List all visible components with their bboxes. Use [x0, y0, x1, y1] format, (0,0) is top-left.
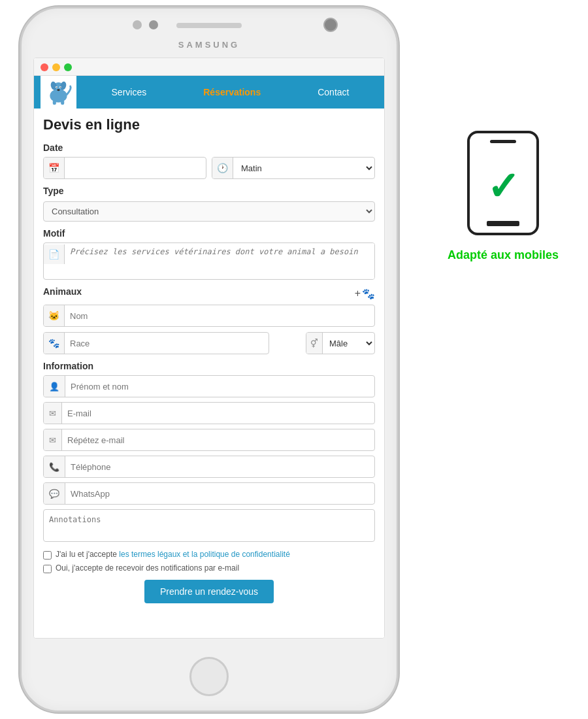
- submit-btn-wrap: Prendre un rendez-vous: [43, 580, 375, 603]
- annotations-textarea[interactable]: [43, 509, 375, 542]
- app-window[interactable]: Services Réservations Contact Devis en l…: [34, 58, 384, 638]
- repeat-email-wrap: ✉: [43, 429, 375, 451]
- nav-services[interactable]: Services: [106, 84, 152, 101]
- side-button-left-1: [20, 139, 22, 178]
- nav-logo: [41, 76, 76, 109]
- date-label: Date: [43, 142, 375, 153]
- camera-right: [149, 20, 158, 29]
- motif-label: Motif: [43, 228, 375, 239]
- svg-point-8: [57, 89, 59, 91]
- plus-icon: +: [355, 288, 361, 299]
- mobile-device-icon: ✓: [467, 131, 539, 235]
- phone-shell: SAMSUNG: [20, 7, 399, 712]
- animal-name-input[interactable]: [65, 308, 374, 324]
- prenom-input[interactable]: [65, 378, 374, 395]
- form-content: Devis en ligne Date 📅 🕐 Matin Après-: [34, 109, 384, 618]
- animal-race-gender-row: 🐾 ⚥ Mâle Femelle: [43, 332, 375, 354]
- email-wrap: ✉: [43, 402, 375, 424]
- whatsapp-input[interactable]: [65, 485, 374, 503]
- whatsapp-icon: 💬: [44, 483, 65, 504]
- traffic-lights: [34, 58, 384, 76]
- race-input[interactable]: [65, 335, 269, 352]
- gender-select[interactable]: Mâle Femelle: [323, 335, 374, 352]
- email-input[interactable]: [62, 405, 374, 422]
- page-title: Devis en ligne: [43, 116, 375, 133]
- type-label: Type: [43, 186, 375, 196]
- clock-icon: 🕐: [212, 158, 233, 178]
- date-row: 📅 🕐 Matin Après-midi Soir: [43, 157, 375, 179]
- nav-reservations[interactable]: Réservations: [198, 84, 266, 101]
- checkbox2[interactable]: [43, 565, 52, 573]
- phone-speaker: [176, 23, 242, 28]
- animaux-header: Animaux + 🐾: [43, 286, 375, 301]
- type-select[interactable]: Consultation Chirurgie Vaccination: [43, 201, 375, 222]
- date-input[interactable]: [65, 160, 206, 176]
- terms-link[interactable]: les termes légaux et la politique de con…: [119, 550, 290, 559]
- camera-left: [133, 20, 142, 29]
- tl-green: [64, 63, 72, 71]
- paw-icon: 🐾: [362, 288, 375, 300]
- nav-links: Services Réservations Contact: [83, 84, 378, 101]
- checkbox1[interactable]: [43, 551, 52, 560]
- time-select-wrap: 🕐 Matin Après-midi Soir: [212, 157, 375, 179]
- repeat-email-input[interactable]: [62, 431, 374, 449]
- motif-textarea[interactable]: [65, 243, 374, 279]
- dog-icon: [44, 79, 73, 105]
- checkbox1-text: J'ai lu et j'accepte les termes légaux e…: [56, 550, 290, 559]
- motif-icon: 📄: [44, 244, 65, 264]
- submit-button[interactable]: Prendre un rendez-vous: [144, 580, 274, 603]
- checkmark-icon: ✓: [487, 163, 519, 209]
- svg-point-6: [56, 87, 57, 88]
- right-panel: ✓ Adapté aux mobiles: [438, 131, 568, 262]
- side-button-right: [397, 178, 399, 237]
- person-icon: 👤: [44, 376, 65, 397]
- gender-icon: ⚥: [306, 333, 323, 354]
- tl-yellow: [52, 63, 60, 71]
- paw2-icon: 🐾: [44, 333, 65, 354]
- phone-wrap: 📞: [43, 456, 375, 478]
- animal-name-row: 🐱: [43, 305, 375, 327]
- svg-point-7: [60, 87, 61, 88]
- phone-input[interactable]: [65, 458, 374, 476]
- gender-wrap: ⚥ Mâle Femelle: [306, 332, 375, 354]
- calendar-icon: 📅: [44, 158, 65, 178]
- mobile-device-container: ✓: [467, 131, 539, 235]
- add-animal-button[interactable]: + 🐾: [355, 288, 375, 300]
- svg-rect-10: [61, 100, 64, 105]
- prenom-wrap: 👤: [43, 375, 375, 397]
- svg-rect-9: [53, 100, 56, 105]
- nav-contact[interactable]: Contact: [312, 84, 354, 101]
- date-input-wrap: 📅: [43, 157, 206, 179]
- email2-icon: ✉: [44, 429, 62, 450]
- front-camera: [323, 18, 338, 32]
- email-icon: ✉: [44, 403, 62, 424]
- race-wrap: 🐾: [43, 332, 269, 354]
- nav-bar: Services Réservations Contact: [34, 76, 384, 109]
- home-button[interactable]: [189, 657, 229, 696]
- animaux-label: Animaux: [43, 286, 82, 297]
- time-select[interactable]: Matin Après-midi Soir: [233, 159, 374, 177]
- phone-brand: SAMSUNG: [178, 40, 240, 50]
- info-label: Information: [43, 361, 375, 371]
- tl-red: [41, 63, 48, 71]
- phone-outer: SAMSUNG: [20, 7, 399, 712]
- side-button-left-2: [20, 192, 22, 231]
- phone-screen: Services Réservations Contact Devis en l…: [33, 58, 385, 639]
- motif-textarea-wrap: 📄: [43, 242, 375, 280]
- animal-name-wrap: 🐱: [43, 305, 375, 327]
- checkbox2-row: Oui, j'accepte de recevoir des notificat…: [43, 563, 375, 573]
- animal-icon: 🐱: [44, 305, 65, 326]
- mobile-label: Adapté aux mobiles: [448, 248, 559, 262]
- phone-icon: 📞: [44, 456, 65, 477]
- checkbox1-row: J'ai lu et j'accepte les termes légaux e…: [43, 550, 375, 560]
- checkbox2-text: Oui, j'accepte de recevoir des notificat…: [56, 563, 239, 573]
- whatsapp-wrap: 💬: [43, 482, 375, 505]
